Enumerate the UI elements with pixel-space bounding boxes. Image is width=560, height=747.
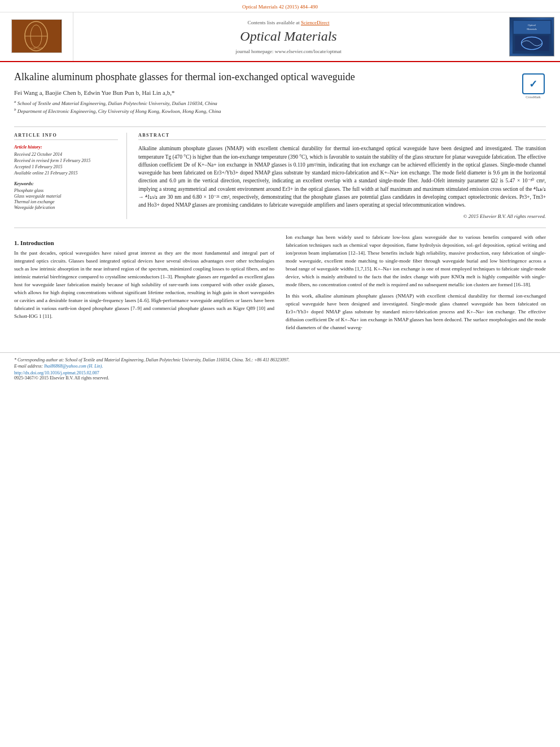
keywords-label: Keywords: (14, 181, 118, 186)
svg-text:Materials: Materials (527, 28, 537, 30)
journal-title: Optical Materials (240, 29, 336, 44)
intro-left-paragraph-1: In the past decades, optical waveguides … (14, 250, 274, 320)
sciencedirect-link[interactable]: ScienceDirect (301, 20, 329, 25)
corresponding-author-note: * Corresponding author at: School of Tex… (14, 357, 290, 362)
article-title-section: Alkaline aluminum phosphate glasses for … (14, 71, 546, 120)
sciencedirect-line: Contents lists available at ScienceDirec… (248, 20, 330, 25)
article-history-label: Article history: (14, 145, 118, 150)
crossmark-label: CrossMark (526, 95, 541, 99)
history-revised: Received in revised form 1 February 2015 (14, 158, 118, 163)
affiliation-b-text: Department of Electronic Engineering, Ci… (18, 108, 221, 114)
intro-section-title: 1. Introduction (14, 239, 274, 246)
intro-right-paragraph-2: In this work, alkaline aluminum phosphat… (286, 292, 546, 332)
top-bar: Optical Materials 42 (2015) 484–490 (0, 0, 560, 12)
affiliation-a-text: School of Textile and Material Engineeri… (18, 101, 217, 106)
journal-thumbnail-area: Optical Materials (504, 12, 560, 61)
footer-notes: * Corresponding author at: School of Tex… (14, 357, 290, 381)
journal-header: ELSEVIER Contents lists available at Sci… (0, 12, 560, 62)
article-title-block: Alkaline aluminum phosphate glasses for … (14, 71, 512, 115)
article-info-column: ARTICLE INFO Article history: Received 2… (14, 133, 127, 219)
journal-homepage: journal homepage: www.elsevier.com/locat… (235, 49, 341, 54)
article-title: Alkaline aluminum phosphate glasses for … (14, 71, 512, 84)
svg-text:ELSEVIER: ELSEVIER (29, 47, 43, 50)
body-left-column: 1. Introduction In the past decades, opt… (14, 234, 274, 335)
info-abstract-section: ARTICLE INFO Article history: Received 2… (14, 126, 546, 219)
abstract-header: ABSTRACT (138, 133, 546, 140)
keywords-section: Keywords: Phosphate glass Glass waveguid… (14, 181, 118, 210)
issn-line: 0925-3467/© 2015 Elsevier B.V. All right… (14, 375, 290, 381)
history-accepted: Accepted 1 February 2015 (14, 164, 118, 169)
history-received: Received 22 October 2014 (14, 152, 118, 157)
body-right-column: Ion exchange has been widely used to fab… (286, 234, 546, 335)
email-note: E-mail address: lhai86868@yahoo.com (H. … (14, 364, 290, 369)
authors-line: Fei Wang a, Baojie Chen b, Edwin Yue Bun… (14, 89, 512, 96)
elsevier-logo-image: ELSEVIER (11, 19, 62, 53)
body-content: 1. Introduction In the past decades, opt… (14, 234, 546, 335)
email-link[interactable]: lhai86868@yahoo.com (H. Lin). (44, 364, 103, 369)
abstract-column: ABSTRACT Alkaline aluminum phosphate gla… (138, 133, 546, 219)
crossmark-badge[interactable]: ✓ CrossMark (520, 73, 546, 99)
keyword-2: Glass waveguide material (14, 194, 118, 199)
intro-right-paragraph-1: Ion exchange has been widely used to fab… (286, 234, 546, 289)
abstract-text: Alkaline aluminum phosphate glasses (NMA… (138, 145, 546, 209)
elsevier-logo: ELSEVIER (11, 19, 62, 55)
copyright-line: © 2015 Elsevier B.V. All rights reserved… (138, 213, 546, 219)
section-divider (14, 228, 546, 228)
main-content: Alkaline aluminum phosphate glasses for … (0, 62, 560, 344)
affiliation-a: a School of Textile and Material Enginee… (14, 99, 512, 106)
journal-title-area: Contents lists available at ScienceDirec… (73, 12, 504, 61)
journal-thumbnail: Optical Materials (509, 17, 554, 56)
journal-reference: Optical Materials 42 (2015) 484–490 (242, 4, 318, 10)
history-online: Available online 21 February 2015 (14, 171, 118, 176)
svg-text:Optical: Optical (528, 24, 536, 27)
keyword-4: Waveguide fabrication (14, 205, 118, 210)
page-footer: * Corresponding author at: School of Tex… (0, 352, 560, 383)
crossmark-icon: ✓ (522, 73, 545, 94)
doi-link[interactable]: http://dx.doi.org/10.1016/j.optmat.2015.… (14, 370, 290, 375)
keyword-3: Thermal ion exchange (14, 199, 118, 204)
keyword-1: Phosphate glass (14, 188, 118, 193)
publisher-logo-area: ELSEVIER (0, 12, 73, 61)
article-info-header: ARTICLE INFO (14, 133, 118, 140)
affiliation-b: b Department of Electronic Engineering, … (14, 107, 512, 114)
